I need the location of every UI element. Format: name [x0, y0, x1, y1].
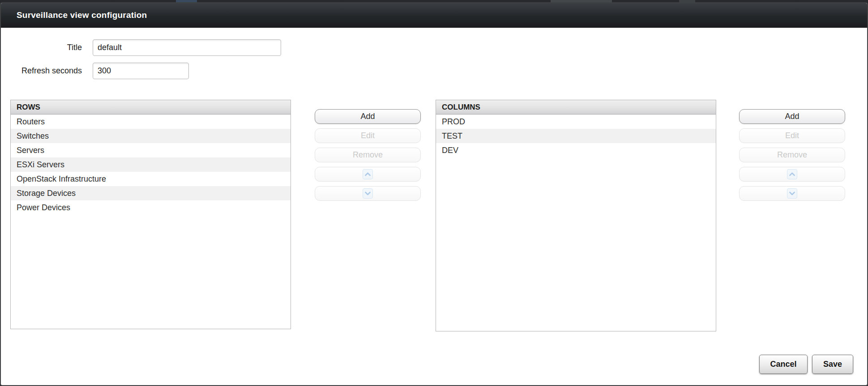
refresh-seconds-label: Refresh seconds: [6, 63, 82, 79]
rows-list-item[interactable]: OpenStack Infrastructure: [11, 172, 291, 186]
columns-edit-label: Edit: [785, 131, 799, 140]
surveillance-view-configuration-dialog: Surveillance view configuration Title Re…: [0, 2, 868, 386]
chevron-down-icon: [787, 188, 797, 199]
rows-remove-button[interactable]: Remove: [315, 148, 421, 162]
rows-add-button[interactable]: Add: [315, 109, 421, 124]
rows-panel: ROWS Routers Switches Servers ESXi Serve…: [10, 100, 291, 329]
save-button[interactable]: Save: [812, 355, 853, 374]
columns-edit-button[interactable]: Edit: [739, 128, 845, 143]
chevron-up-icon: [363, 169, 373, 179]
columns-list: PROD TEST DEV: [436, 115, 716, 157]
rows-list-item[interactable]: ESXi Servers: [11, 157, 291, 172]
columns-add-label: Add: [785, 112, 799, 121]
columns-remove-button[interactable]: Remove: [739, 148, 845, 162]
columns-list-item[interactable]: TEST: [436, 129, 716, 143]
rows-list: Routers Switches Servers ESXi Servers Op…: [11, 115, 291, 215]
columns-remove-label: Remove: [777, 150, 807, 160]
dialog-title: Surveillance view configuration: [1, 10, 147, 20]
title-input[interactable]: [93, 39, 281, 56]
columns-list-item[interactable]: PROD: [436, 115, 716, 129]
rows-edit-button[interactable]: Edit: [315, 128, 421, 143]
rows-move-down-button[interactable]: [315, 186, 421, 201]
chevron-up-icon: [787, 169, 797, 179]
rows-edit-label: Edit: [361, 131, 375, 140]
dialog-header: Surveillance view configuration: [1, 3, 867, 28]
columns-list-item[interactable]: DEV: [436, 143, 716, 157]
columns-add-button[interactable]: Add: [739, 109, 845, 124]
cancel-button[interactable]: Cancel: [759, 355, 808, 374]
rows-list-item[interactable]: Power Devices: [11, 200, 291, 215]
columns-panel: COLUMNS PROD TEST DEV: [436, 100, 716, 331]
title-label: Title: [6, 39, 82, 56]
rows-list-item[interactable]: Switches: [11, 129, 291, 143]
rows-panel-header: ROWS: [11, 100, 291, 115]
rows-add-label: Add: [360, 112, 375, 121]
rows-list-item[interactable]: Routers: [11, 115, 291, 129]
chevron-down-icon: [363, 188, 373, 199]
rows-list-item[interactable]: Storage Devices: [11, 186, 291, 200]
columns-move-up-button[interactable]: [739, 167, 845, 182]
rows-list-item[interactable]: Servers: [11, 143, 291, 157]
refresh-seconds-input[interactable]: [93, 63, 189, 79]
columns-move-down-button[interactable]: [739, 186, 845, 201]
columns-panel-header: COLUMNS: [436, 100, 716, 115]
rows-move-up-button[interactable]: [315, 167, 421, 182]
rows-remove-label: Remove: [353, 150, 383, 160]
